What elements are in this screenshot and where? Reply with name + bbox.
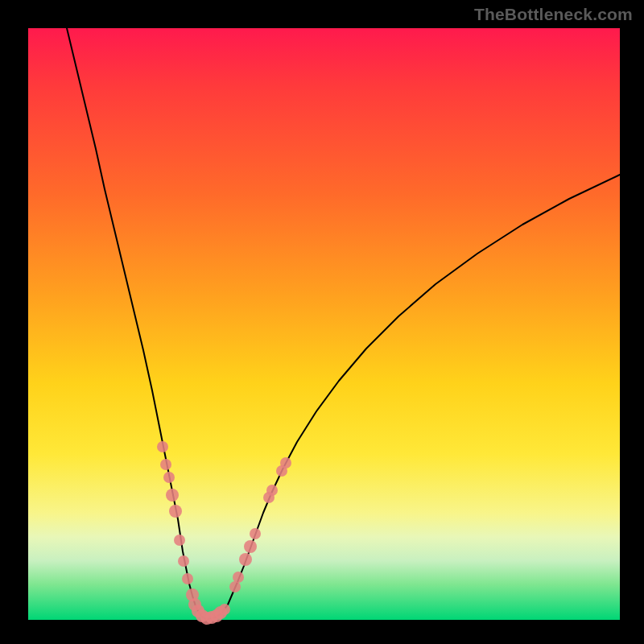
data-dot <box>280 457 291 469</box>
data-dot <box>182 573 193 584</box>
data-dot <box>160 459 171 470</box>
plot-area <box>28 28 620 620</box>
data-dot <box>166 489 179 502</box>
bottleneck-curve-right <box>208 175 620 619</box>
curve-layer <box>28 28 620 620</box>
chart-frame: TheBottleneck.com <box>0 0 644 644</box>
data-dot <box>178 555 189 567</box>
bottleneck-curve-left <box>67 28 208 619</box>
data-dot <box>163 472 175 483</box>
data-dot <box>219 604 230 615</box>
data-dot <box>157 441 168 452</box>
data-dot <box>169 505 182 518</box>
data-dots-group <box>157 441 291 625</box>
data-dot <box>239 553 252 566</box>
data-dot <box>244 540 257 553</box>
watermark-label: TheBottleneck.com <box>474 5 633 24</box>
data-dot <box>233 572 244 583</box>
data-dot <box>266 485 278 496</box>
data-dot <box>250 528 261 539</box>
data-dot <box>174 535 185 546</box>
data-dot <box>229 581 241 592</box>
